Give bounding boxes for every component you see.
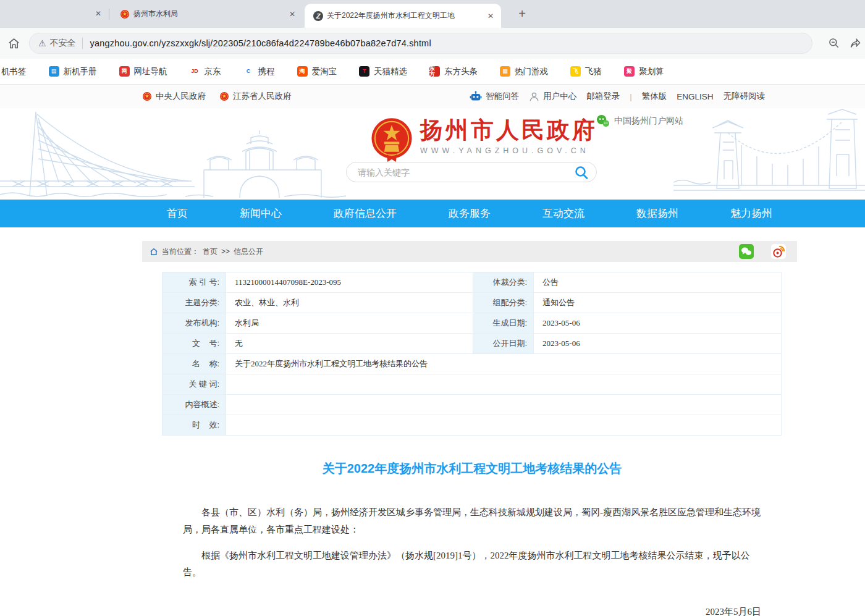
bookmark-item[interactable]: 东方 东方头条 (429, 66, 478, 77)
breadcrumb-home-icon[interactable] (150, 248, 158, 256)
meta-row: 时 效: (162, 415, 782, 436)
bookmark-item[interactable]: 网 网址导航 (119, 66, 167, 77)
meta-value: 无 (226, 334, 473, 354)
bookmark-favicon: ▦ (500, 66, 510, 77)
meta-label: 名 称: (162, 354, 226, 374)
bookmark-favicon: 网 (119, 66, 130, 77)
bookmark-label: 热门游戏 (515, 66, 548, 77)
meta-row: 索 引 号: 11321000014407098E-2023-095 体裁分类:… (162, 272, 782, 293)
bookmark-label: 新机手册 (64, 66, 97, 77)
bookmark-item[interactable]: 机书签 (1, 66, 27, 77)
meta-label: 文 号: (162, 334, 226, 354)
url-text[interactable]: yangzhou.gov.cn/yzszxxgk/slj/202305/210c… (90, 38, 431, 48)
nav-item[interactable]: 数据扬州 (636, 206, 678, 221)
close-tab-icon[interactable]: ✕ (93, 8, 104, 19)
bookmark-favicon: ▤ (49, 66, 59, 77)
divider: | (630, 92, 632, 101)
meta-row: 关 键 词: (162, 374, 782, 395)
gov-emblem-icon (142, 91, 152, 101)
bookmark-favicon: JD (190, 66, 200, 77)
meta-value (226, 374, 782, 395)
robot-icon (470, 91, 482, 102)
nav-item[interactable]: 新闻中心 (240, 206, 282, 221)
bookmark-label: 聚划算 (639, 66, 664, 77)
page-main: 当前位置： 首页 >> 信息公开 (0, 241, 865, 616)
breadcrumb-current[interactable]: 信息公开 (234, 247, 263, 257)
new-tab-button[interactable]: + (513, 6, 531, 23)
user-icon (529, 91, 539, 102)
zoom-out-icon[interactable] (828, 37, 840, 49)
meta-label: 内容概述: (162, 395, 226, 415)
meta-label: 索 引 号: (162, 272, 226, 293)
site-logo[interactable]: 扬州市人民政府 WWW.YANGZHOU.GOV.CN (371, 117, 597, 164)
mail-login-link[interactable]: 邮箱登录 (586, 91, 620, 102)
site-name: 扬州市人民政府 (420, 117, 597, 144)
bookmark-item[interactable]: C 携程 (243, 66, 275, 77)
wechat-share-icon[interactable] (739, 244, 754, 259)
bookmark-item[interactable]: JD 京东 (190, 66, 221, 77)
breadcrumb-home-link[interactable]: 首页 (203, 247, 217, 257)
national-emblem-icon (371, 117, 413, 164)
document-meta-table: 索 引 号: 11321000014407098E-2023-095 体裁分类:… (162, 272, 782, 436)
article-title: 关于2022年度扬州市水利工程文明工地考核结果的公告 (183, 460, 761, 477)
close-tab-icon[interactable]: ✕ (287, 9, 298, 20)
gov-emblem-icon (219, 91, 229, 101)
bookmarks-bar: 机书签 ▤ 新机手册 网 网址导航 JD 京东 C 携程 淘 爱淘宝 T 天猫精… (0, 59, 865, 85)
english-link[interactable]: ENGLISH (677, 92, 713, 101)
search-input[interactable] (358, 167, 574, 177)
bookmark-item[interactable]: 聚 聚划算 (624, 66, 664, 77)
accessibility-link[interactable]: 无障碍阅读 (724, 91, 766, 102)
bookmark-favicon: 飞 (570, 66, 581, 77)
tab-water-bureau[interactable]: 扬州市水利局 ✕ (111, 0, 304, 28)
share-icon[interactable] (849, 37, 861, 49)
omnibox-divider (82, 38, 83, 49)
nav-item[interactable]: 首页 (167, 206, 188, 221)
bookmark-favicon: 淘 (297, 66, 308, 77)
bookmark-label: 机书签 (1, 66, 27, 77)
bookmark-favicon: 聚 (624, 66, 635, 77)
traditional-link[interactable]: 繁体版 (642, 91, 667, 102)
bookmark-favicon: T (359, 66, 369, 77)
bookmark-item[interactable]: 飞 飞猪 (570, 66, 602, 77)
security-warning-icon[interactable]: ⚠ (38, 38, 46, 48)
tab-strip: ✕ 扬州市水利局 ✕ Z 关于2022年度扬州市水利工程文明工地 ✕ + (0, 0, 865, 28)
tab-active-announcement[interactable]: Z 关于2022年度扬州市水利工程文明工地 ✕ (305, 4, 501, 28)
search-icon[interactable] (574, 165, 589, 180)
meta-label: 发布机构: (162, 313, 226, 334)
weibo-share-icon[interactable] (771, 244, 786, 259)
nav-item[interactable]: 互动交流 (542, 206, 584, 221)
home-icon[interactable] (7, 37, 20, 50)
meta-label: 组配分类: (473, 293, 534, 313)
nav-item[interactable]: 魅力扬州 (730, 206, 772, 221)
user-center-link[interactable]: 用户中心 (543, 91, 576, 102)
bookmark-item[interactable]: T 天猫精选 (359, 66, 407, 77)
site-search[interactable] (346, 162, 597, 182)
link-jiangsu-gov[interactable]: 江苏省人民政府 (219, 91, 292, 102)
bookmark-item[interactable]: ▦ 热门游戏 (500, 66, 548, 77)
link-central-gov[interactable]: 中央人民政府 (142, 91, 206, 102)
breadcrumb-prefix: 当前位置： (162, 247, 199, 257)
meta-label: 关 键 词: (162, 374, 226, 395)
article-paragraph: 根据《扬州市水利工程文明工地建设管理办法》（扬水规[2019]1号），2022年… (183, 547, 761, 582)
article-paragraph: 各县（市、区）水利（务）局，扬州经济开发区城乡事务管理局，生态科技新城规划建设局… (183, 504, 761, 539)
close-tab-icon[interactable]: ✕ (485, 11, 496, 22)
meta-label: 体裁分类: (473, 272, 534, 293)
article-date: 2023年5月6日 (183, 606, 761, 616)
gov-emblem-favicon (120, 9, 130, 19)
bookmark-item[interactable]: ▤ 新机手册 (49, 66, 97, 77)
address-bar[interactable]: ⚠ 不安全 yangzhou.gov.cn/yzszxxgk/slj/20230… (29, 33, 812, 54)
meta-value (226, 415, 782, 436)
tab-title: 扬州市水利局 (133, 9, 283, 19)
portal-badge[interactable]: 中国扬州门户网站 (596, 114, 683, 127)
bookmark-label: 网址导航 (134, 66, 167, 77)
nav-item[interactable]: 政务服务 (449, 206, 491, 221)
meta-row: 主题分类: 农业、林业、水利 组配分类: 通知公告 (162, 293, 782, 313)
smart-qa-link[interactable]: 智能问答 (486, 91, 519, 102)
article: 关于2022年度扬州市水利工程文明工地考核结果的公告 各县（市、区）水利（务）局… (142, 460, 797, 616)
meta-row: 名 称: 关于2022年度扬州市水利工程文明工地考核结果的公告 (162, 354, 782, 374)
meta-row: 发布机构: 水利局 生成日期: 2023-05-06 (162, 313, 782, 334)
bookmark-item[interactable]: 淘 爱淘宝 (297, 66, 337, 77)
meta-label: 时 效: (162, 415, 226, 436)
nav-item[interactable]: 政府信息公开 (334, 206, 397, 221)
meta-row: 文 号: 无 公开日期: 2023-05-06 (162, 334, 782, 354)
